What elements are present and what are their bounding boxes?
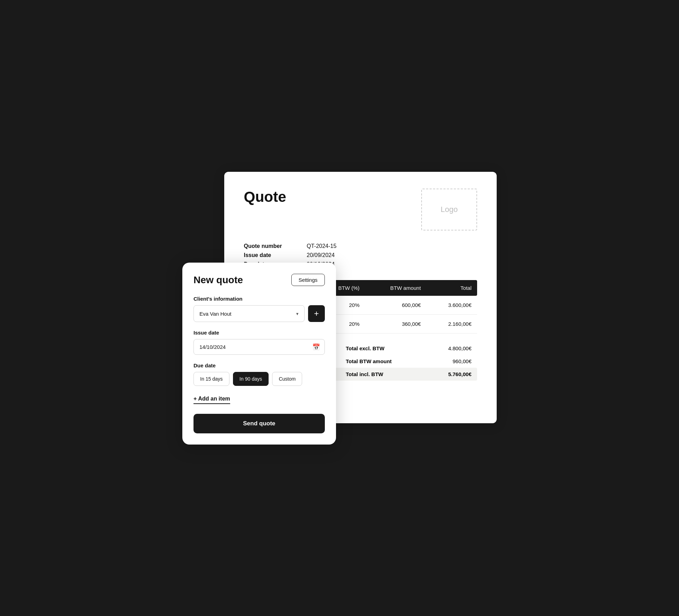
doc-header: Quote Logo xyxy=(244,189,477,230)
issue-date-input[interactable] xyxy=(194,339,325,355)
issue-date-label: Issue date xyxy=(194,330,325,336)
col-total: Total xyxy=(426,280,477,296)
issue-date-wrap: 📅 xyxy=(194,339,325,355)
add-item-link[interactable]: + Add an item xyxy=(194,396,230,404)
new-quote-panel: New quote Settings Client's information … xyxy=(182,263,336,445)
col-btw-amount: BTW amount xyxy=(365,280,426,296)
row1-btw-amount: 600,00€ xyxy=(365,296,426,315)
client-row: Eva Van Hout ▾ + xyxy=(194,305,325,322)
settings-button[interactable]: Settings xyxy=(291,274,325,286)
client-section-label: Client's information xyxy=(194,296,325,302)
due-90-days-button[interactable]: In 90 days xyxy=(233,372,269,386)
panel-header: New quote Settings xyxy=(194,274,325,286)
doc-title: Quote xyxy=(244,189,286,205)
add-client-button[interactable]: + xyxy=(308,305,325,322)
due-date-label: Due date xyxy=(194,362,325,368)
chevron-down-icon: ▾ xyxy=(296,311,299,316)
panel-title: New quote xyxy=(194,274,243,286)
meta-issue-date: Issue date 20/09/2024 xyxy=(244,252,477,258)
send-quote-button[interactable]: Send quote xyxy=(194,414,325,433)
client-select[interactable]: Eva Van Hout ▾ xyxy=(194,305,305,322)
logo-placeholder: Logo xyxy=(421,189,477,230)
due-date-options: In 15 days In 90 days Custom xyxy=(194,372,325,386)
due-15-days-button[interactable]: In 15 days xyxy=(194,372,229,386)
row1-total: 3.600,00€ xyxy=(426,296,477,315)
row2-total: 2.160,00€ xyxy=(426,315,477,333)
row2-btw-amount: 360,00€ xyxy=(365,315,426,333)
meta-quote-number: Quote number QT-2024-15 xyxy=(244,243,477,249)
client-select-value: Eva Van Hout xyxy=(199,311,231,317)
due-custom-button[interactable]: Custom xyxy=(272,372,302,386)
